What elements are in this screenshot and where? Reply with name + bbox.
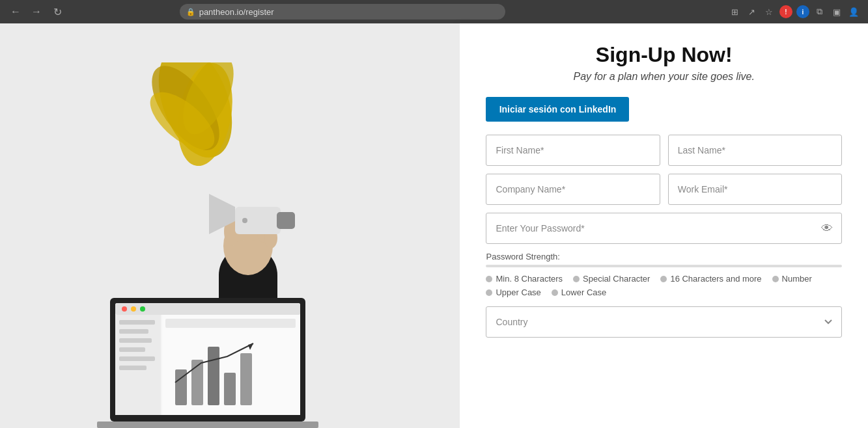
screen-icon: ⊞ (729, 5, 742, 18)
country-wrapper: Country United States United Kingdom Can… (486, 306, 842, 338)
linkedin-button[interactable]: Iniciar sesión con LinkedIn (486, 97, 629, 122)
svg-rect-37 (97, 421, 318, 428)
svg-rect-34 (224, 373, 236, 405)
extension-red-icon: ! (779, 5, 792, 18)
browser-actions: ⊞ ↗ ☆ ! i ⧉ ▣ 👤 (729, 5, 860, 18)
hint-dot-number (772, 276, 779, 282)
address-bar: 🔒 pantheon.io/register (180, 4, 505, 20)
hint-label-uppercase: Upper Case (496, 288, 540, 297)
hint-16chars: 16 Characters and more (660, 274, 761, 284)
password-strength-label: Password Strength: (486, 252, 842, 261)
svg-point-19 (122, 306, 127, 312)
strength-bar (486, 265, 842, 267)
first-name-field (486, 135, 660, 166)
hint-label-lowercase: Lower Case (561, 288, 606, 297)
extension-blue-icon: i (796, 5, 809, 18)
svg-rect-33 (208, 347, 219, 405)
hint-dot-lowercase (552, 289, 558, 296)
company-name-field (486, 174, 660, 205)
show-password-icon[interactable]: 👁 (821, 222, 833, 235)
svg-rect-27 (119, 356, 155, 361)
password-hints: Min. 8 Characters Special Character 16 C… (486, 274, 842, 297)
hint-min8: Min. 8 Characters (486, 274, 563, 284)
right-panel: Sign-Up Now! Pay for a plan when your si… (460, 23, 868, 428)
share-icon: ↗ (746, 5, 759, 18)
laptop-svg (97, 298, 318, 428)
browser-chrome: ← → ↻ 🔒 pantheon.io/register ⊞ ↗ ☆ ! i ⧉… (0, 0, 868, 23)
puzzle-icon: ⧉ (813, 5, 826, 18)
name-row (486, 135, 842, 166)
star-icon: ☆ (763, 5, 776, 18)
company-name-input[interactable] (486, 174, 660, 205)
svg-rect-30 (165, 319, 296, 328)
hint-special: Special Character (573, 274, 650, 284)
country-select[interactable]: Country United States United Kingdom Can… (486, 306, 842, 338)
hint-label-min8: Min. 8 Characters (496, 274, 563, 284)
hint-dot-special (573, 276, 580, 282)
password-field-wrapper: 👁 (486, 213, 842, 244)
back-button[interactable]: ← (8, 4, 23, 20)
svg-rect-25 (119, 338, 152, 343)
company-email-row (486, 174, 842, 205)
hint-lowercase: Lower Case (552, 288, 606, 297)
svg-point-21 (140, 306, 145, 312)
hint-label-number: Number (782, 274, 812, 284)
lock-icon: 🔒 (186, 8, 195, 16)
left-panel (0, 23, 460, 428)
password-input[interactable] (486, 213, 842, 244)
form-title: Sign-Up Now! (486, 43, 842, 67)
svg-point-15 (242, 218, 247, 223)
svg-rect-26 (119, 347, 145, 352)
svg-rect-14 (277, 212, 295, 229)
hint-number: Number (772, 274, 812, 284)
svg-rect-24 (119, 329, 148, 334)
svg-rect-23 (119, 320, 155, 325)
reload-button[interactable]: ↻ (49, 4, 65, 20)
svg-rect-28 (119, 366, 147, 370)
hint-label-special: Special Character (583, 274, 650, 284)
svg-rect-35 (240, 353, 252, 405)
hint-dot-16chars (660, 276, 667, 282)
hint-dot-uppercase (486, 289, 492, 296)
profile-icon: 👤 (847, 5, 860, 18)
first-name-input[interactable] (486, 135, 660, 166)
form-subtitle: Pay for a plan when your site goes live. (486, 71, 842, 83)
hint-label-16chars: 16 Characters and more (670, 274, 761, 284)
forward-button[interactable]: → (29, 4, 44, 20)
svg-rect-12 (235, 207, 281, 234)
work-email-field (668, 174, 842, 205)
last-name-field (668, 135, 842, 166)
hint-dot-min8 (486, 276, 492, 282)
svg-point-20 (131, 306, 136, 312)
hint-uppercase: Upper Case (486, 288, 540, 297)
window-icon: ▣ (830, 5, 843, 18)
main-layout: Sign-Up Now! Pay for a plan when your si… (0, 23, 868, 428)
work-email-input[interactable] (668, 174, 842, 205)
last-name-input[interactable] (668, 135, 842, 166)
url-text: pantheon.io/register (199, 7, 274, 17)
